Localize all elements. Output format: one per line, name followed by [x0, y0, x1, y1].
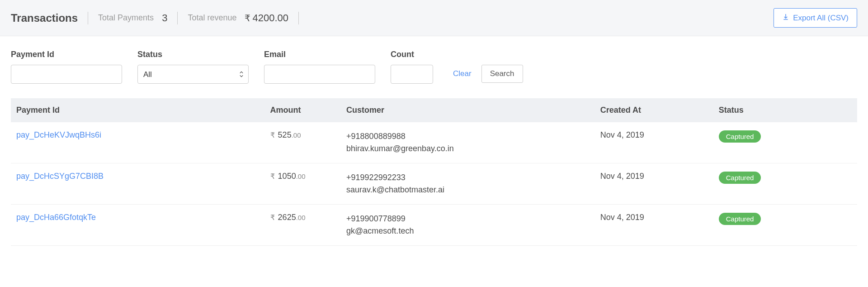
- divider: [88, 12, 88, 24]
- revenue-int: 4200: [252, 12, 274, 24]
- export-label: Export All (CSV): [793, 14, 849, 23]
- filters-row: Payment Id Status All Email Count Clear …: [0, 36, 868, 95]
- amount-dec: .00: [296, 172, 306, 180]
- currency-symbol: ₹: [270, 172, 275, 180]
- amount-int: 2625: [278, 213, 296, 222]
- customer-email: saurav.k@chatbotmaster.ai: [346, 184, 590, 196]
- filter-email: Email: [264, 50, 375, 84]
- payment-id-link[interactable]: pay_DcHa66GfotqkTe: [16, 213, 96, 222]
- status-cell: Captured: [713, 122, 857, 163]
- total-payments-label: Total Payments: [98, 13, 154, 23]
- status-label: Status: [137, 50, 249, 59]
- col-header-created-at: Created At: [595, 98, 713, 122]
- amount-int: 1050: [278, 172, 296, 181]
- table-row: pay_DcHcSYgG7CBI8B ₹ 1050.00 +9199229922…: [11, 163, 857, 205]
- revenue-dec: .00: [274, 12, 288, 24]
- filter-count: Count: [391, 50, 433, 84]
- currency-symbol: ₹: [270, 214, 275, 221]
- amount-dec: .00: [296, 214, 306, 221]
- status-cell: Captured: [713, 163, 857, 205]
- created-at-cell: Nov 4, 2019: [595, 122, 713, 163]
- status-badge: Captured: [719, 130, 761, 143]
- total-payments-value: 3: [162, 12, 167, 24]
- divider: [298, 12, 299, 24]
- col-header-status: Status: [713, 98, 857, 122]
- total-revenue-value: ₹4200.00: [245, 12, 288, 24]
- table-row: pay_DcHeKVJwqBHs6i ₹ 525.00 +91880088998…: [11, 122, 857, 163]
- customer-email: bhirav.kumar@greenbay.co.in: [346, 143, 590, 155]
- col-header-customer: Customer: [341, 98, 595, 122]
- search-button[interactable]: Search: [481, 65, 523, 83]
- amount-dec: .00: [292, 131, 301, 139]
- page-title: Transactions: [11, 12, 78, 24]
- created-at-cell: Nov 4, 2019: [595, 205, 713, 246]
- col-header-amount: Amount: [265, 98, 341, 122]
- status-select[interactable]: All: [137, 65, 249, 84]
- customer-phone: +918800889988: [346, 130, 590, 143]
- amount-cell: ₹ 2625.00: [265, 205, 341, 246]
- customer-phone: +919900778899: [346, 213, 590, 225]
- download-icon: [782, 13, 789, 23]
- export-all-button[interactable]: Export All (CSV): [774, 8, 857, 28]
- customer-cell: +919900778899 gk@acmesoft.tech: [341, 205, 595, 246]
- filter-payment-id: Payment Id: [11, 50, 122, 84]
- clear-button[interactable]: Clear: [448, 66, 476, 82]
- page-header: Transactions Total Payments 3 Total reve…: [0, 0, 868, 36]
- payment-id-link[interactable]: pay_DcHeKVJwqBHs6i: [16, 130, 101, 139]
- header-left: Transactions Total Payments 3 Total reve…: [11, 12, 309, 24]
- count-input[interactable]: [391, 65, 433, 84]
- amount-cell: ₹ 525.00: [265, 122, 341, 163]
- currency-symbol: ₹: [245, 13, 250, 23]
- email-input[interactable]: [264, 65, 375, 84]
- divider: [177, 12, 178, 24]
- created-at-cell: Nov 4, 2019: [595, 163, 713, 205]
- status-cell: Captured: [713, 205, 857, 246]
- customer-email: gk@acmesoft.tech: [346, 225, 590, 237]
- filter-status: Status All: [137, 50, 249, 84]
- table-header-row: Payment Id Amount Customer Created At St…: [11, 98, 857, 122]
- table-row: pay_DcHa66GfotqkTe ₹ 2625.00 +9199007788…: [11, 205, 857, 246]
- amount-int: 525: [278, 130, 292, 139]
- customer-cell: +919922992233 saurav.k@chatbotmaster.ai: [341, 163, 595, 205]
- payment-id-label: Payment Id: [11, 50, 122, 59]
- transactions-table: Payment Id Amount Customer Created At St…: [11, 98, 857, 246]
- email-label: Email: [264, 50, 375, 59]
- currency-symbol: ₹: [270, 131, 275, 139]
- payment-id-link[interactable]: pay_DcHcSYgG7CBI8B: [16, 172, 104, 181]
- amount-cell: ₹ 1050.00: [265, 163, 341, 205]
- customer-phone: +919922992233: [346, 172, 590, 184]
- col-header-payment-id: Payment Id: [11, 98, 265, 122]
- status-badge: Captured: [719, 213, 761, 225]
- status-badge: Captured: [719, 172, 761, 184]
- payment-id-input[interactable]: [11, 65, 122, 84]
- count-label: Count: [391, 50, 433, 59]
- total-revenue-label: Total revenue: [188, 13, 236, 23]
- filter-actions: Clear Search: [448, 65, 523, 84]
- customer-cell: +918800889988 bhirav.kumar@greenbay.co.i…: [341, 122, 595, 163]
